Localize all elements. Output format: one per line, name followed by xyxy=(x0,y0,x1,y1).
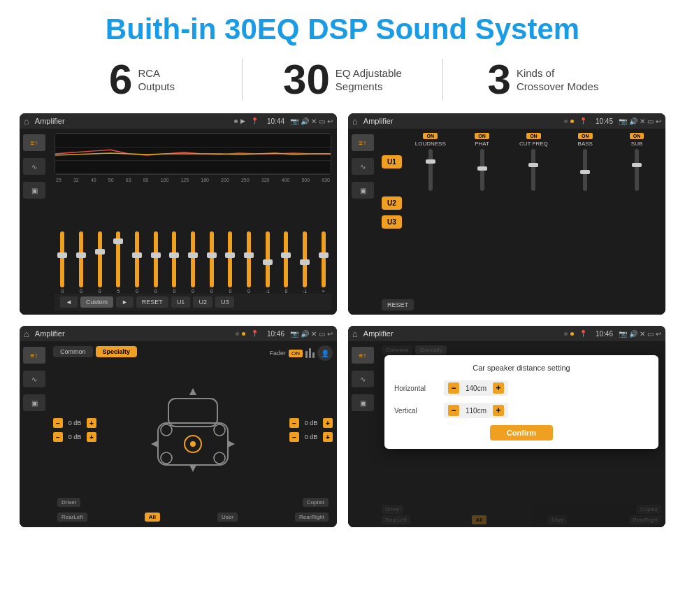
confirm-button[interactable]: Confirm xyxy=(490,425,553,440)
slider-thumb[interactable] xyxy=(76,252,86,258)
horizontal-plus[interactable]: + xyxy=(493,382,504,394)
minus-btn-tr[interactable]: − xyxy=(289,418,299,428)
back-icon-3[interactable]: ↩ xyxy=(327,330,333,338)
slider-track[interactable] xyxy=(266,231,270,287)
slider-thumb[interactable] xyxy=(300,259,310,265)
slider-thumb[interactable] xyxy=(169,252,179,258)
u2-button[interactable]: U2 xyxy=(193,296,212,308)
speaker-icon[interactable]: ▣ xyxy=(23,182,45,199)
plus-btn-tl[interactable]: + xyxy=(87,418,96,428)
slider-track[interactable] xyxy=(60,231,64,287)
slider-track[interactable] xyxy=(228,231,232,287)
phat-thumb[interactable] xyxy=(477,166,487,171)
screen1-bottom: ◄ Custom ► RESET U1 U2 U3 xyxy=(55,294,331,310)
speaker-icon-4[interactable]: ▣ xyxy=(352,394,374,411)
sub-thumb[interactable] xyxy=(632,163,642,167)
wave-icon-4[interactable]: ∿ xyxy=(352,371,374,387)
eq-icon[interactable]: ≡↑ xyxy=(23,134,45,151)
slider-thumb[interactable] xyxy=(57,252,67,258)
minus-btn-br[interactable]: − xyxy=(289,432,299,442)
wave-icon[interactable]: ∿ xyxy=(23,158,45,175)
slider-thumb[interactable] xyxy=(319,252,329,258)
speaker-icon-2[interactable]: ▣ xyxy=(352,182,374,199)
on-badge-bass[interactable]: ON xyxy=(578,133,593,139)
eq-icon-4[interactable]: ≡↑ xyxy=(352,347,374,364)
plus-btn-tr[interactable]: + xyxy=(323,418,333,428)
slider-track[interactable] xyxy=(210,231,214,287)
slider-track[interactable] xyxy=(154,231,158,287)
slider-track[interactable] xyxy=(247,231,251,287)
slider-thumb[interactable] xyxy=(263,259,273,265)
cutfreq-thumb[interactable] xyxy=(528,163,538,167)
slider-track[interactable] xyxy=(303,231,307,287)
sub-slider[interactable] xyxy=(635,149,639,191)
slider-thumb[interactable] xyxy=(207,252,217,258)
next-button[interactable]: ► xyxy=(116,296,134,308)
home-icon-1[interactable]: ⌂ xyxy=(24,116,29,127)
eq-icon-3[interactable]: ≡↑ xyxy=(23,347,45,364)
plus-btn-bl[interactable]: + xyxy=(87,432,96,442)
horizontal-minus[interactable]: − xyxy=(448,382,459,394)
slider-track[interactable] xyxy=(79,231,83,287)
slider-thumb[interactable] xyxy=(281,252,291,258)
rearright-btn[interactable]: RearRight xyxy=(295,513,329,522)
user-btn[interactable]: User xyxy=(217,513,238,522)
slider-track[interactable] xyxy=(135,231,139,287)
slider-thumb[interactable] xyxy=(188,252,198,258)
phat-slider[interactable] xyxy=(480,149,484,191)
back-icon-1[interactable]: ↩ xyxy=(327,117,333,125)
wave-icon-2[interactable]: ∿ xyxy=(352,158,374,175)
slider-track[interactable] xyxy=(284,231,288,287)
driver-btn[interactable]: Driver xyxy=(57,498,80,507)
loudness-thumb[interactable] xyxy=(426,159,435,164)
all-btn[interactable]: All xyxy=(145,513,160,522)
cutfreq-slider[interactable] xyxy=(531,149,535,191)
wave-icon-3[interactable]: ∿ xyxy=(23,371,45,387)
bass-slider[interactable] xyxy=(583,149,587,191)
reset-button[interactable]: RESET xyxy=(136,296,168,308)
home-icon-3[interactable]: ⌂ xyxy=(24,329,29,339)
vertical-minus[interactable]: − xyxy=(448,405,459,416)
on-badge-phat[interactable]: ON xyxy=(475,133,489,139)
slider-track[interactable] xyxy=(322,231,326,287)
back-icon-4[interactable]: ↩ xyxy=(656,330,661,338)
eq-icon-2[interactable]: ≡↑ xyxy=(352,134,374,151)
custom-button[interactable]: Custom xyxy=(80,296,113,308)
slider-thumb[interactable] xyxy=(95,249,105,255)
minus-btn-tl[interactable]: − xyxy=(53,418,63,428)
home-icon-2[interactable]: ⌂ xyxy=(352,116,358,127)
slider-thumb[interactable] xyxy=(244,252,254,258)
back-icon-2[interactable]: ↩ xyxy=(656,117,661,125)
slider-thumb[interactable] xyxy=(132,252,142,258)
on-badge-cutfreq[interactable]: ON xyxy=(526,133,541,139)
copilot-btn[interactable]: Copilot xyxy=(303,498,329,507)
on-badge-sub[interactable]: ON xyxy=(630,133,644,139)
slider-track[interactable] xyxy=(98,231,102,287)
slider-thumb[interactable] xyxy=(151,252,161,258)
rearleft-btn[interactable]: RearLeft xyxy=(57,513,87,522)
slider-track[interactable] xyxy=(191,231,195,287)
reset-btn-2[interactable]: RESET xyxy=(382,299,414,310)
slider-thumb[interactable] xyxy=(113,238,123,244)
bass-thumb[interactable] xyxy=(580,170,590,174)
loudness-slider[interactable] xyxy=(428,149,433,191)
home-icon-4[interactable]: ⌂ xyxy=(352,329,358,339)
u3-btn[interactable]: U3 xyxy=(382,215,402,229)
slider-thumb[interactable] xyxy=(225,252,235,258)
speaker-icon-3[interactable]: ▣ xyxy=(23,394,45,411)
u1-btn[interactable]: U1 xyxy=(382,155,402,169)
stat-rca: 6 RCA Outputs xyxy=(42,59,242,101)
prev-button[interactable]: ◄ xyxy=(60,296,78,308)
minus-btn-bl[interactable]: − xyxy=(53,432,63,442)
u2-btn[interactable]: U2 xyxy=(382,196,402,210)
vertical-plus[interactable]: + xyxy=(493,405,504,416)
plus-btn-br[interactable]: + xyxy=(323,432,333,442)
slider-track[interactable] xyxy=(116,231,120,287)
on-badge-loudness[interactable]: ON xyxy=(423,133,438,139)
u3-button[interactable]: U3 xyxy=(215,296,235,308)
tab-common-3[interactable]: Common xyxy=(53,346,93,357)
u1-button[interactable]: U1 xyxy=(171,296,191,308)
fader-on[interactable]: ON xyxy=(289,350,303,357)
tab-specialty-3[interactable]: Specialty xyxy=(96,346,138,357)
slider-track[interactable] xyxy=(172,231,176,287)
